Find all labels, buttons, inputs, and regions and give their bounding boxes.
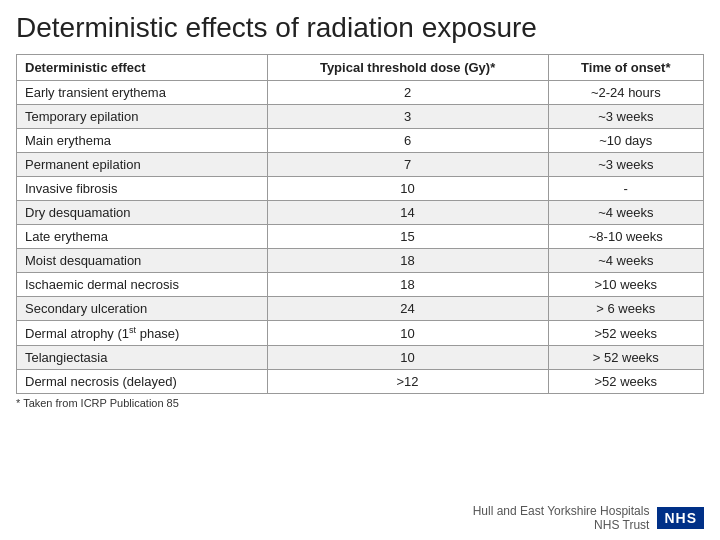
table-row: Dermal atrophy (1st phase)10>52 weeks: [17, 321, 704, 346]
dose-cell: 6: [267, 129, 548, 153]
effects-table: Deterministic effect Typical threshold d…: [16, 54, 704, 394]
dose-cell: 18: [267, 273, 548, 297]
onset-cell: ~3 weeks: [548, 153, 703, 177]
effect-cell: Secondary ulceration: [17, 297, 268, 321]
table-row: Telangiectasia10> 52 weeks: [17, 346, 704, 370]
onset-cell: ~10 days: [548, 129, 703, 153]
effect-cell: Permanent epilation: [17, 153, 268, 177]
effect-cell: Dermal necrosis (delayed): [17, 370, 268, 394]
table-row: Moist desquamation18~4 weeks: [17, 249, 704, 273]
table-row: Early transient erythema2~2-24 hours: [17, 81, 704, 105]
effect-cell: Main erythema: [17, 129, 268, 153]
table-row: Main erythema6~10 days: [17, 129, 704, 153]
dose-cell: 15: [267, 225, 548, 249]
table-header-row: Deterministic effect Typical threshold d…: [17, 55, 704, 81]
effect-cell: Early transient erythema: [17, 81, 268, 105]
dose-cell: 3: [267, 105, 548, 129]
dose-cell: 2: [267, 81, 548, 105]
effect-cell: Late erythema: [17, 225, 268, 249]
table-row: Dermal necrosis (delayed)>12>52 weeks: [17, 370, 704, 394]
dose-cell: 10: [267, 321, 548, 346]
onset-cell: > 6 weeks: [548, 297, 703, 321]
effect-cell: Invasive fibrosis: [17, 177, 268, 201]
table-row: Late erythema15~8-10 weeks: [17, 225, 704, 249]
table-row: Invasive fibrosis10-: [17, 177, 704, 201]
col-header-onset: Time of onset*: [548, 55, 703, 81]
page: Deterministic effects of radiation expos…: [0, 0, 720, 540]
onset-cell: ~2-24 hours: [548, 81, 703, 105]
onset-cell: ~3 weeks: [548, 105, 703, 129]
table-footnote: * Taken from ICRP Publication 85: [16, 397, 704, 409]
effect-cell: Temporary epilation: [17, 105, 268, 129]
table-row: Ischaemic dermal necrosis18>10 weeks: [17, 273, 704, 297]
onset-cell: > 52 weeks: [548, 346, 703, 370]
table-container: Deterministic effect Typical threshold d…: [16, 54, 704, 409]
dose-cell: >12: [267, 370, 548, 394]
footer: Hull and East Yorkshire Hospitals NHS Tr…: [473, 504, 704, 532]
onset-cell: -: [548, 177, 703, 201]
page-title: Deterministic effects of radiation expos…: [16, 12, 704, 44]
effect-cell: Ischaemic dermal necrosis: [17, 273, 268, 297]
col-header-effect: Deterministic effect: [17, 55, 268, 81]
onset-cell: >52 weeks: [548, 370, 703, 394]
dose-cell: 14: [267, 201, 548, 225]
table-row: Secondary ulceration24> 6 weeks: [17, 297, 704, 321]
table-row: Permanent epilation7~3 weeks: [17, 153, 704, 177]
footer-org: Hull and East Yorkshire Hospitals NHS Tr…: [473, 504, 650, 532]
onset-cell: >10 weeks: [548, 273, 703, 297]
onset-cell: >52 weeks: [548, 321, 703, 346]
onset-cell: ~4 weeks: [548, 249, 703, 273]
table-row: Dry desquamation14~4 weeks: [17, 201, 704, 225]
dose-cell: 7: [267, 153, 548, 177]
nhs-logo: NHS: [657, 507, 704, 529]
onset-cell: ~8-10 weeks: [548, 225, 703, 249]
effect-cell: Dermal atrophy (1st phase): [17, 321, 268, 346]
effect-cell: Moist desquamation: [17, 249, 268, 273]
dose-cell: 10: [267, 346, 548, 370]
effect-cell: Telangiectasia: [17, 346, 268, 370]
dose-cell: 18: [267, 249, 548, 273]
effect-cell: Dry desquamation: [17, 201, 268, 225]
dose-cell: 24: [267, 297, 548, 321]
onset-cell: ~4 weeks: [548, 201, 703, 225]
dose-cell: 10: [267, 177, 548, 201]
table-row: Temporary epilation3~3 weeks: [17, 105, 704, 129]
col-header-dose: Typical threshold dose (Gy)*: [267, 55, 548, 81]
